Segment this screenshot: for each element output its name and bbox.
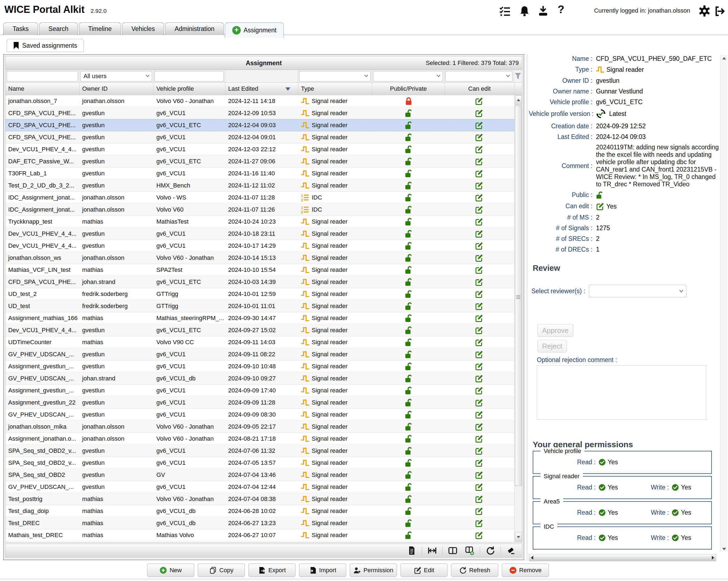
type-filter-select[interactable] <box>299 71 370 81</box>
panel-horizontal-scrollbar[interactable] <box>529 554 716 561</box>
approve-button[interactable]: Approve <box>537 324 573 337</box>
scroll-left-icon[interactable] <box>531 556 533 560</box>
edit-icon[interactable] <box>475 145 483 153</box>
panel-vertical-scrollbar[interactable] <box>720 55 727 551</box>
fit-width-icon[interactable] <box>427 546 437 555</box>
visibility-filter-select[interactable] <box>373 71 443 81</box>
reviewer-select[interactable] <box>589 285 686 297</box>
settings-gear-icon[interactable] <box>698 5 710 17</box>
profile-filter-input[interactable] <box>154 71 224 81</box>
filter-funnel-icon[interactable] <box>514 70 522 82</box>
table-row[interactable]: jonathan.olsson_mika jonathan.olsson Vol… <box>5 421 514 433</box>
table-row[interactable]: Assignment_jonathan.o... jonathan.olsson… <box>5 433 514 445</box>
canedit-filter-select[interactable] <box>445 71 513 81</box>
export-button[interactable]: Export <box>249 563 295 577</box>
owner-filter-select[interactable]: All users <box>80 71 152 81</box>
edit-icon[interactable] <box>475 350 483 358</box>
edit-icon[interactable] <box>475 410 483 419</box>
table-row[interactable]: jonathan.olsson_7 jonathan.olsson Volvo … <box>5 95 514 107</box>
edit-icon[interactable] <box>475 254 483 262</box>
table-vertical-scrollbar[interactable] <box>514 95 522 542</box>
table-row[interactable]: UDTimeCounter mathias Volvo V90 CC 2024-… <box>5 336 514 348</box>
scroll-down-button[interactable] <box>515 532 522 541</box>
logout-icon[interactable] <box>714 5 726 17</box>
edit-icon[interactable] <box>475 314 483 322</box>
edit-icon[interactable] <box>475 278 483 286</box>
edit-icon[interactable] <box>475 181 483 190</box>
edit-icon[interactable] <box>475 399 483 407</box>
table-row[interactable]: CFD_SPA_VCU1_PHE... johan.strand gv6_VCU… <box>5 276 514 288</box>
col-last-edited[interactable]: Last Edited <box>226 83 298 95</box>
refresh-icon[interactable] <box>485 546 495 555</box>
edit-icon[interactable] <box>475 194 483 202</box>
col-owner[interactable]: Owner ID <box>79 83 154 95</box>
edit-icon[interactable] <box>475 302 483 310</box>
col-visibility[interactable]: Public/Private <box>372 83 445 95</box>
edit-icon[interactable] <box>475 362 483 371</box>
reject-button[interactable]: Reject <box>537 340 567 352</box>
edit-icon[interactable] <box>475 495 483 503</box>
table-row[interactable]: GV_PHEV_UDSCAN_... gvestlun gv6_VCU1 202… <box>5 348 514 360</box>
edit-icon[interactable] <box>475 205 483 214</box>
columns-icon[interactable] <box>447 546 458 555</box>
edit-icon[interactable] <box>475 169 483 178</box>
subtab-saved-assignments[interactable]: Saved assignments <box>6 39 83 52</box>
table-row[interactable]: Mathais_test_DREC mathias Mathias Volvo … <box>5 529 514 541</box>
table-row[interactable]: Assignment_mathias_166 mathias Mathias_s… <box>5 312 514 324</box>
table-row[interactable]: Assignment_gvestlun_... gvestlun gv6_VCU… <box>5 360 514 373</box>
edit-icon[interactable] <box>475 218 483 226</box>
edit-icon[interactable] <box>475 290 483 298</box>
edit-icon[interactable] <box>475 423 483 431</box>
main-tab[interactable]: Timeline <box>79 23 121 35</box>
table-row[interactable]: CFD_SPA_VCU1_PHE... gvestlun gv6_VCU1_ET… <box>5 119 514 131</box>
refresh-button[interactable]: Refresh <box>451 563 498 577</box>
edit-icon[interactable] <box>475 157 483 166</box>
table-row[interactable]: SPA_Seq_std_OBD2 gvestlun GV 2024-07-04 … <box>5 469 514 481</box>
edit-icon[interactable] <box>475 531 483 539</box>
scroll-down-icon[interactable] <box>722 548 726 550</box>
scrollbar-thumb[interactable] <box>515 105 522 486</box>
edit-icon[interactable] <box>475 326 483 334</box>
table-row[interactable]: Test_D_2_UD_db_3_2... gvestlun HMX_Bench… <box>5 179 514 192</box>
table-row[interactable]: CFD_SPA_VCU1_PHE... gvestlun gv6_VCU1 20… <box>5 107 514 119</box>
notifications-bell-icon[interactable] <box>519 5 530 17</box>
edit-icon[interactable] <box>475 242 483 250</box>
main-tab[interactable]: Search <box>39 23 78 35</box>
table-row[interactable]: Test_DREC mathias gv6_VCU1_db 2024-06-27… <box>5 517 514 529</box>
permission-button[interactable]: Permission <box>350 563 397 577</box>
download-icon[interactable] <box>537 5 549 17</box>
table-row[interactable]: Assignment_gvestlun_... gvestlun gv6_VCU… <box>5 384 514 397</box>
edit-icon[interactable] <box>475 459 483 467</box>
table-row[interactable]: Dev_VCU1_PHEV_4_4... gvestlun gv6_VCU1_E… <box>5 324 514 336</box>
table-row[interactable]: Test_diag_doip mathias gv6_VCU1_db 2024-… <box>5 505 514 517</box>
edit-icon[interactable] <box>475 133 483 142</box>
version-refresh-icon[interactable] <box>596 109 606 119</box>
table-row[interactable]: GV_PHEV_UDSCAN_... gvestlun gv6_VCU1 202… <box>5 481 514 493</box>
edit-icon[interactable] <box>475 230 483 238</box>
main-tab[interactable]: Tasks <box>3 23 38 35</box>
edit-icon[interactable] <box>475 483 483 491</box>
table-row[interactable]: UD_test_2 fredrik.soderberg GTTrigg 2024… <box>5 288 514 300</box>
edit-icon[interactable] <box>475 266 483 274</box>
edit-icon[interactable] <box>475 121 483 129</box>
new-button[interactable]: New <box>147 563 194 577</box>
table-row[interactable]: CFD_SPA_VCU1_PHE... gvestlun gv6_VCU1 20… <box>5 131 514 143</box>
table-row[interactable]: IDC_Assignment_jonat... jonathan.olsson … <box>5 192 514 204</box>
table-row[interactable]: Assignment_gvestlun_22 gvestlun gv6_VCU1… <box>5 397 514 409</box>
copy-button[interactable]: Copy <box>198 563 245 577</box>
table-row[interactable]: Dev_VCU1_PHEV_4_4... gvestlun gv6_VCU1 2… <box>5 228 514 240</box>
main-tab[interactable]: + Assignment <box>225 23 284 38</box>
edit-icon[interactable] <box>475 519 483 527</box>
eraser-icon[interactable] <box>505 546 516 555</box>
col-profile[interactable]: Vehicle profile <box>154 83 226 95</box>
scroll-right-icon[interactable] <box>712 556 714 560</box>
table-row[interactable]: T30FR_Lab_1 gvestlun gv6_VCU1 2024-11-16… <box>5 168 514 179</box>
import-button[interactable]: Import <box>299 563 346 577</box>
edit-icon[interactable] <box>475 447 483 455</box>
panel-splitter[interactable] <box>526 54 528 561</box>
edit-icon[interactable] <box>475 374 483 383</box>
edit-icon[interactable] <box>475 435 483 443</box>
table-row[interactable]: DAF_ETC_Passive_W... gvestlun gv6_VCU1_E… <box>5 155 514 168</box>
main-tab[interactable]: Vehicles <box>122 23 164 35</box>
main-tab[interactable]: Administration <box>165 23 224 35</box>
